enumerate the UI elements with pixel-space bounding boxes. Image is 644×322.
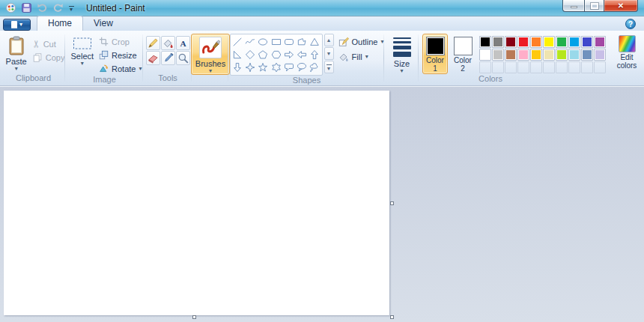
palette-swatch[interactable] [581, 49, 593, 61]
palette-swatch[interactable] [479, 36, 491, 48]
color1-button[interactable]: Color 1 [422, 34, 448, 74]
palette-swatch-empty[interactable] [505, 61, 517, 73]
chevron-down-icon: ▾ [380, 40, 383, 44]
palette-swatch-empty[interactable] [568, 61, 580, 73]
palette-swatch-empty[interactable] [492, 61, 504, 73]
palette-swatch-empty[interactable] [581, 61, 593, 73]
palette-swatch-empty[interactable] [530, 61, 542, 73]
shape-left-arrow[interactable] [295, 48, 308, 61]
fill-button[interactable]: Fill ▾ [338, 50, 384, 63]
diamond-icon [245, 49, 255, 60]
right-arrow-icon [284, 49, 294, 60]
paste-button[interactable]: Paste ▾ [2, 34, 31, 72]
palette-swatch[interactable] [492, 49, 504, 61]
palette-swatch-empty[interactable] [594, 61, 606, 73]
color-picker-tool-button[interactable] [161, 51, 175, 65]
cut-button[interactable]: ✂ Cut [32, 37, 65, 50]
shape-line[interactable] [231, 35, 244, 48]
color1-label: Color 1 [424, 56, 446, 73]
shape-six-point-star[interactable] [270, 61, 282, 74]
palette-swatch-empty[interactable] [479, 61, 491, 73]
shape-right-arrow[interactable] [282, 48, 295, 61]
tab-home[interactable]: Home [37, 16, 83, 31]
palette-swatch-empty[interactable] [543, 61, 555, 73]
resize-button[interactable]: Resize [99, 49, 142, 61]
palette-swatch-empty[interactable] [556, 61, 568, 73]
palette-swatch[interactable] [517, 49, 529, 61]
close-button[interactable]: ✕ [604, 0, 638, 12]
shape-cloud-callout[interactable] [308, 61, 321, 74]
shape-rectangle[interactable] [270, 35, 282, 48]
palette-swatch[interactable] [594, 36, 606, 48]
palette-swatch[interactable] [594, 49, 606, 61]
application-menu-button[interactable]: ▾ [3, 19, 31, 31]
drawing-canvas[interactable] [4, 91, 389, 315]
shape-pentagon[interactable] [257, 48, 270, 61]
palette-swatch[interactable] [581, 36, 593, 48]
palette-swatch[interactable] [556, 49, 568, 61]
shape-four-point-star[interactable] [244, 61, 257, 74]
chevron-down-icon: ▾ [365, 55, 368, 59]
shape-right-triangle[interactable] [231, 48, 244, 61]
shapes-scroll-down-icon[interactable]: ▼ [324, 47, 334, 60]
size-button[interactable]: Size ▾ [389, 34, 415, 74]
work-area [0, 86, 644, 322]
palette-swatch[interactable] [556, 36, 568, 48]
outline-button[interactable]: Outline ▾ [338, 35, 384, 48]
shape-oval-callout[interactable] [295, 61, 308, 74]
help-icon[interactable]: ? [625, 19, 636, 29]
chevron-down-icon: ▾ [400, 69, 403, 73]
copy-button[interactable]: Copy [32, 51, 65, 64]
shape-down-arrow[interactable] [231, 61, 244, 74]
canvas-resize-handle-bottom[interactable] [192, 315, 196, 319]
palette-swatch[interactable] [568, 49, 580, 61]
shape-up-arrow[interactable] [308, 48, 321, 61]
palette-swatch[interactable] [543, 49, 555, 61]
palette-swatch[interactable] [530, 36, 542, 48]
text-tool-button[interactable]: A [176, 36, 190, 50]
shape-diamond[interactable] [244, 48, 257, 61]
colors-group-label: Colors [419, 74, 644, 85]
canvas-resize-handle-right[interactable] [390, 201, 394, 205]
eraser-tool-button[interactable] [146, 51, 160, 65]
palette-swatch[interactable] [517, 36, 529, 48]
palette-swatch-empty[interactable] [517, 61, 529, 73]
palette-swatch[interactable] [505, 49, 517, 61]
canvas-resize-handle-corner[interactable] [390, 315, 394, 319]
shapes-more-icon[interactable]: ▼ [324, 61, 334, 73]
customize-qat-dropdown-icon[interactable] [67, 2, 76, 14]
shapes-scroll-up-icon[interactable]: ▲ [324, 34, 334, 46]
tab-view[interactable]: View [83, 16, 124, 31]
brushes-button[interactable]: Brushes ▾ [191, 34, 230, 75]
brushes-group-spacer [192, 75, 228, 85]
shapes-group-label: Shapes [229, 76, 384, 86]
pencil-tool-button[interactable] [146, 36, 160, 50]
palette-swatch[interactable] [543, 36, 555, 48]
shape-ellipse[interactable] [257, 35, 270, 48]
shape-triangle[interactable] [308, 35, 321, 48]
palette-swatch[interactable] [530, 49, 542, 61]
palette-swatch[interactable] [492, 36, 504, 48]
palette-swatch[interactable] [505, 36, 517, 48]
rotate-button[interactable]: Rotate ▾ [99, 62, 142, 75]
fill-with-color-tool-button[interactable] [161, 36, 175, 50]
shape-five-point-star[interactable] [257, 61, 270, 74]
undo-button[interactable] [35, 1, 49, 14]
cloud-callout-icon [309, 62, 320, 73]
magnifier-tool-button[interactable] [176, 51, 190, 65]
shape-hexagon[interactable] [270, 48, 282, 61]
redo-button[interactable] [51, 1, 64, 14]
select-button[interactable]: Select ▾ [67, 34, 97, 67]
shape-polygon[interactable] [295, 35, 308, 48]
palette-swatch[interactable] [479, 49, 491, 61]
shape-rounded-rectangle[interactable] [282, 35, 295, 48]
minimize-button[interactable] [562, 0, 584, 12]
shape-rounded-callout[interactable] [282, 61, 295, 74]
edit-colors-button[interactable]: Edit colors [610, 34, 644, 70]
shape-curve[interactable] [244, 35, 257, 48]
save-button[interactable] [19, 1, 33, 14]
color2-button[interactable]: Color 2 [450, 34, 476, 74]
palette-swatch[interactable] [568, 36, 580, 48]
crop-button[interactable]: Crop [99, 35, 142, 48]
maximize-button[interactable] [584, 0, 604, 12]
